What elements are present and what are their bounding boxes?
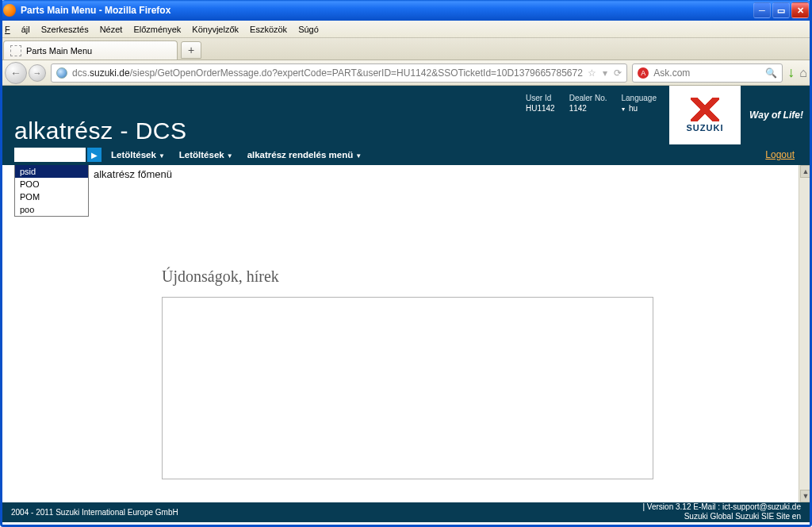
breadcrumb: alkatrész főmenü xyxy=(94,168,795,180)
url-prefix: dcs. xyxy=(72,67,90,79)
language-value: hu xyxy=(629,104,638,113)
dealer-no-value: 1142 xyxy=(569,104,607,113)
window-title: Parts Main Menu - Mozilla Firefox xyxy=(21,5,170,16)
home-icon[interactable]: ⌂ xyxy=(799,66,807,80)
brand-logo: SUZUKI xyxy=(669,86,741,144)
window-close-button[interactable]: ✕ xyxy=(791,2,809,18)
chevron-down-icon[interactable]: ▾ xyxy=(622,106,625,113)
menu-history[interactable]: Előzmények xyxy=(133,25,181,34)
ask-icon: A xyxy=(638,67,649,79)
dropdown-item-psid[interactable]: psid xyxy=(15,165,88,178)
browser-tab[interactable]: Parts Main Menu xyxy=(3,40,178,60)
dropdown-item-poo-upper[interactable]: POO xyxy=(15,178,88,190)
scroll-up-icon[interactable]: ▲ xyxy=(800,165,812,178)
window-minimize-button[interactable]: ─ xyxy=(753,2,771,18)
news-heading: Újdonságok, hírek xyxy=(162,267,795,286)
address-bar[interactable]: dcs.suzuki.de/siesp/GetOpenOrderMessage.… xyxy=(51,63,627,83)
firefox-icon xyxy=(3,4,16,17)
url-domain: suzuki.de xyxy=(90,67,130,79)
search-suggestion-dropdown: psid POO POM poo xyxy=(14,165,89,217)
scroll-down-icon[interactable]: ▼ xyxy=(800,490,812,502)
app-footer: 2004 - 2011 Suzuki International Europe … xyxy=(0,502,812,522)
brand-text: SUZUKI xyxy=(687,123,724,133)
bookmark-star-icon[interactable]: ☆ xyxy=(588,67,596,79)
logout-link[interactable]: Logout xyxy=(765,149,795,160)
search-input[interactable] xyxy=(14,148,86,162)
search-bar[interactable]: A Ask.com 🔍 xyxy=(632,63,783,83)
footer-site-info: Suzuki Global Suzuki SIE Site en xyxy=(642,512,801,521)
browser-menubar: FFájlájl Szerkesztés Nézet Előzmények Kö… xyxy=(0,21,812,38)
user-id-label: User Id xyxy=(526,94,555,102)
menu-edit[interactable]: Szerkesztés xyxy=(41,25,89,34)
tab-favicon-placeholder-icon xyxy=(10,45,21,56)
window-maximize-button[interactable]: ▭ xyxy=(772,2,790,18)
navigation-toolbar: ← → dcs.suzuki.de/siesp/GetOpenOrderMess… xyxy=(0,60,812,86)
search-magnifier-icon[interactable]: 🔍 xyxy=(765,67,777,79)
menu-downloads-2[interactable]: Letöltések▼ xyxy=(179,150,233,160)
footer-version: | Version 3.12 E-Mail : ict-support@suzu… xyxy=(642,502,801,512)
user-info-panel: User Id HU1142 Dealer No. 1142 Language … xyxy=(526,86,669,113)
page-title: alkatrész - DCS xyxy=(14,117,187,144)
language-label: Language xyxy=(622,94,657,102)
menu-downloads-1[interactable]: Letöltések▼ xyxy=(111,150,165,160)
brand-slogan: Way of Life! xyxy=(741,86,812,144)
reload-button[interactable]: ⟳ xyxy=(614,67,622,79)
content-area: psid POO POM poo alkatrész főmenü Újdons… xyxy=(0,165,812,502)
footer-copyright: 2004 - 2011 Suzuki International Europe … xyxy=(11,508,178,517)
menu-parts-order[interactable]: alkatrész rendelés menü▼ xyxy=(247,150,362,160)
page-content: alkatrész - DCS User Id HU1142 Dealer No… xyxy=(0,86,812,502)
dropdown-item-pom[interactable]: POM xyxy=(15,190,88,203)
menu-tools[interactable]: Eszközök xyxy=(250,25,287,34)
dealer-no-label: Dealer No. xyxy=(569,94,607,102)
tab-title: Parts Main Menu xyxy=(26,46,92,56)
window-titlebar: Parts Main Menu - Mozilla Firefox ─ ▭ ✕ xyxy=(0,0,812,21)
forward-button[interactable]: → xyxy=(29,64,46,82)
globe-icon xyxy=(56,67,67,79)
tab-strip: Parts Main Menu + xyxy=(0,38,812,60)
menu-view[interactable]: Nézet xyxy=(100,25,123,34)
search-go-button[interactable]: ▶ xyxy=(87,148,102,162)
news-content-box xyxy=(162,297,653,479)
download-icon[interactable]: ↓ xyxy=(787,64,795,81)
app-header: alkatrész - DCS User Id HU1142 Dealer No… xyxy=(0,86,812,144)
search-provider-label: Ask.com xyxy=(653,67,690,79)
menu-bookmarks[interactable]: Könyvjelzők xyxy=(192,25,239,34)
user-id-value: HU1142 xyxy=(526,104,555,113)
dropdown-item-poo-lower[interactable]: poo xyxy=(15,203,88,216)
app-nav: ▶ Letöltések▼ Letöltések▼ alkatrész rend… xyxy=(0,144,812,165)
suzuki-logo-icon xyxy=(691,98,719,121)
new-tab-button[interactable]: + xyxy=(181,41,201,59)
url-path: /siesp/GetOpenOrderMessage.do?expertCode… xyxy=(130,67,583,79)
back-button[interactable]: ← xyxy=(5,62,27,84)
menu-help[interactable]: Súgó xyxy=(298,25,319,34)
menu-file[interactable]: FFájlájl xyxy=(5,25,30,34)
url-dropdown-icon[interactable]: ▾ xyxy=(603,67,607,79)
vertical-scrollbar[interactable]: ▲ ▼ xyxy=(799,165,812,502)
